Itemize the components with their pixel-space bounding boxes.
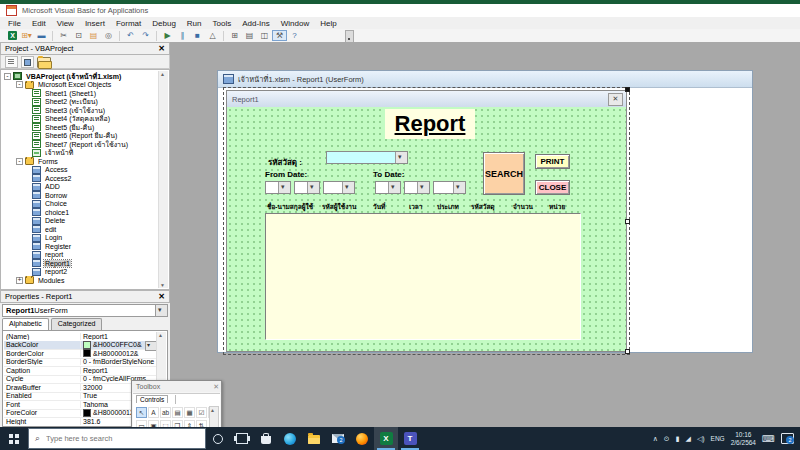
- menu-tools[interactable]: Tools: [213, 19, 232, 28]
- project-close-icon[interactable]: ✕: [156, 44, 167, 54]
- label-control-icon[interactable]: A: [148, 407, 159, 418]
- combo-dropdown-icon[interactable]: [395, 152, 407, 163]
- menu-addins[interactable]: Add-Ins: [242, 19, 270, 28]
- checkbox-control-icon[interactable]: ☑: [196, 407, 207, 418]
- taskbar-search-input[interactable]: [44, 433, 178, 444]
- tree-item-form-choice[interactable]: Choice: [3, 200, 158, 209]
- project-explorer-icon[interactable]: ⊞: [227, 30, 242, 41]
- system-status-icon[interactable]: ⊙: [664, 435, 670, 443]
- tree-item-modules-folder[interactable]: Modules: [3, 276, 158, 285]
- menu-file[interactable]: File: [8, 19, 21, 28]
- menu-debug[interactable]: Debug: [152, 19, 176, 28]
- tree-item-form-access[interactable]: Access: [3, 166, 158, 175]
- tree-item-sheet3[interactable]: Sheet3 (เข้าใช้งาน): [3, 106, 158, 115]
- print-button[interactable]: PRINT: [535, 154, 570, 169]
- material-code-combo[interactable]: [326, 151, 408, 164]
- task-view-button[interactable]: [230, 427, 254, 450]
- copy-icon[interactable]: ⊡: [71, 30, 86, 41]
- redo-icon[interactable]: ↷: [138, 30, 153, 41]
- taskbar-search[interactable]: ⌕: [28, 428, 206, 449]
- combo-dropdown-icon[interactable]: [307, 182, 319, 193]
- toolbox-icon[interactable]: ⚒: [272, 30, 287, 41]
- save-icon[interactable]: ▬: [34, 30, 49, 41]
- toolbox-tab-controls[interactable]: Controls: [136, 395, 168, 403]
- expander-icon[interactable]: [4, 73, 11, 80]
- tree-item-form-register[interactable]: Register: [3, 242, 158, 251]
- battery-icon[interactable]: ▮: [676, 435, 680, 443]
- results-listbox[interactable]: [265, 213, 581, 340]
- tree-item-workbook[interactable]: เจ้าหน้าที่: [3, 149, 158, 158]
- from-year-combo[interactable]: [323, 181, 355, 194]
- userform-report1[interactable]: Report1 ✕ Report รหัสวัสดุ : From Date: …: [226, 90, 627, 352]
- toolbox-titlebar[interactable]: Toolbox ✕: [132, 381, 221, 392]
- tree-item-form-report2[interactable]: report2: [3, 268, 158, 277]
- tree-item-form-choice1[interactable]: choice1: [3, 208, 158, 217]
- break-icon[interactable]: ∥: [175, 30, 190, 41]
- selection-handle-right[interactable]: [625, 219, 630, 224]
- file-explorer-button[interactable]: [302, 427, 326, 450]
- select-objects-icon[interactable]: ↖: [136, 407, 147, 418]
- network-icon[interactable]: ◢: [685, 435, 690, 443]
- combobox-control-icon[interactable]: ▤: [172, 407, 183, 418]
- view-excel-icon[interactable]: X: [6, 29, 19, 42]
- action-center-icon[interactable]: 2: [781, 433, 794, 444]
- menu-format[interactable]: Format: [116, 19, 141, 28]
- edge-button[interactable]: [278, 427, 302, 450]
- tree-item-form-borrow[interactable]: Borrow: [3, 191, 158, 200]
- tree-item-form-delete[interactable]: Delete: [3, 217, 158, 226]
- cortana-button[interactable]: [206, 427, 230, 450]
- menu-view[interactable]: View: [57, 19, 74, 28]
- combo-dropdown-icon[interactable]: [342, 182, 354, 193]
- mail-button[interactable]: 2: [326, 427, 350, 450]
- hidden-icons-chevron[interactable]: ∧: [653, 435, 658, 443]
- from-month-combo[interactable]: [294, 181, 320, 194]
- tree-item-form-access2[interactable]: Access2: [3, 174, 158, 183]
- textbox-control-icon[interactable]: ab: [160, 407, 171, 418]
- expander-icon[interactable]: [16, 81, 23, 88]
- tree-item-forms-folder[interactable]: Forms: [3, 157, 158, 166]
- tree-scrollbar[interactable]: [158, 71, 168, 288]
- tree-item-form-report1-selected[interactable]: Report1: [3, 259, 158, 268]
- tab-categorized[interactable]: Categorized: [51, 318, 103, 330]
- menu-run[interactable]: Run: [187, 19, 202, 28]
- to-year-combo[interactable]: [433, 181, 466, 194]
- excel-taskbar-button[interactable]: X: [374, 427, 398, 450]
- from-day-combo[interactable]: [265, 181, 291, 194]
- browser-button[interactable]: [350, 427, 374, 450]
- start-button[interactable]: [0, 427, 28, 450]
- teams-taskbar-button[interactable]: T: [398, 427, 422, 450]
- menu-edit[interactable]: Edit: [32, 19, 46, 28]
- combo-dropdown-icon[interactable]: [453, 182, 465, 193]
- properties-object-selector[interactable]: Report1 UserForm: [2, 304, 168, 317]
- tree-item-vbaproject[interactable]: VBAProject (เจ้าหน้าที่1.xlsm): [3, 72, 158, 81]
- view-code-icon[interactable]: [5, 56, 18, 68]
- language-indicator[interactable]: ENG: [711, 435, 725, 442]
- listbox-control-icon[interactable]: ▦: [184, 407, 195, 418]
- combo-dropdown-icon[interactable]: [388, 182, 400, 193]
- run-icon[interactable]: ▶: [160, 30, 175, 41]
- toggle-folders-icon[interactable]: [37, 57, 51, 68]
- expander-icon[interactable]: [16, 158, 23, 165]
- menu-insert[interactable]: Insert: [85, 19, 105, 28]
- find-icon[interactable]: ◎: [101, 30, 116, 41]
- paste-icon[interactable]: ▤: [86, 30, 101, 41]
- properties-window-icon[interactable]: ▤: [242, 30, 257, 41]
- selection-handle-top-right[interactable]: [625, 87, 630, 92]
- tree-item-excel-objects[interactable]: Microsoft Excel Objects: [3, 81, 158, 90]
- properties-close-icon[interactable]: ✕: [156, 292, 167, 302]
- designer-titlebar[interactable]: เจ้าหน้าที่1.xlsm - Report1 (UserForm): [218, 71, 752, 88]
- combo-dropdown-icon[interactable]: [278, 182, 290, 193]
- touch-keyboard-icon[interactable]: ⌨: [762, 434, 775, 444]
- microsoft-store-button[interactable]: [254, 427, 278, 450]
- reset-icon[interactable]: ■: [190, 30, 205, 41]
- design-mode-icon[interactable]: △: [205, 30, 220, 41]
- object-browser-icon[interactable]: ◫: [257, 30, 272, 41]
- userform-close-icon[interactable]: ✕: [608, 93, 623, 106]
- to-month-combo[interactable]: [404, 181, 430, 194]
- tree-item-sheet6[interactable]: Sheet6 (Report ยืม-คืน): [3, 132, 158, 141]
- selector-dropdown-icon[interactable]: [155, 305, 167, 316]
- undo-icon[interactable]: ↶: [123, 30, 138, 41]
- selection-handle-bottom-right[interactable]: [625, 349, 630, 354]
- tree-item-form-report[interactable]: report: [3, 251, 158, 260]
- insert-userform-icon[interactable]: ⊞▾: [19, 30, 34, 41]
